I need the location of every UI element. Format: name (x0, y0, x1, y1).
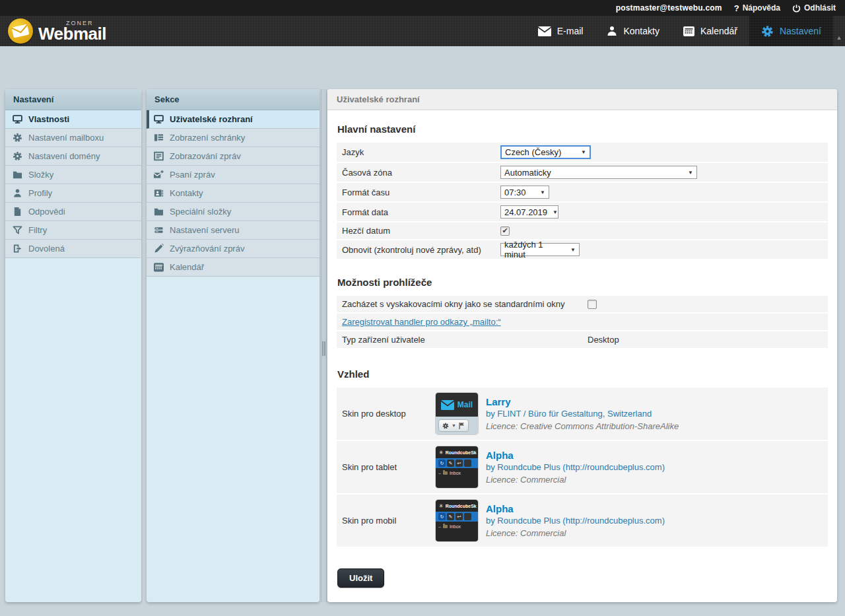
collapse-arrow-icon[interactable]: ▲ (833, 16, 845, 46)
task-bar: E-mail Kontakty Kalendář Nastavení ▲ (526, 16, 845, 46)
person-icon (12, 188, 22, 199)
section-item-label: Kontakty (170, 188, 203, 198)
skin-author-link[interactable]: by FLINT / Büro für Gestaltung, Switzerl… (486, 409, 679, 419)
form-row-format-data: Formát data 24.07.2019 ▼ (337, 203, 828, 221)
date-format-label: Formát data (342, 207, 500, 217)
chevron-down-icon: ▼ (581, 149, 586, 155)
tab-calendar-label: Kalendář (700, 26, 737, 36)
sidebar-item-profily[interactable]: Profily (5, 184, 141, 203)
skin-licence: Licence: Creative Commons Attribution-Sh… (486, 421, 679, 431)
section-item-nastaveni-serveru[interactable]: Nastavení serveru (147, 221, 320, 240)
more-icon (464, 460, 471, 467)
skin-name-link[interactable]: Alpha (486, 503, 665, 514)
skin-desktop-label: Skin pro desktop (342, 409, 436, 419)
sidebar-item-odpovedi[interactable]: Odpovědi (5, 203, 141, 221)
form-row-obnovit: Obnovit (zkontroluj nové zprávy, atd) ka… (337, 240, 828, 259)
sections-panel: Sekce Uživatelské rozhraní Zobrazení sch… (147, 89, 320, 602)
tab-settings[interactable]: Nastavení (749, 16, 833, 46)
sidebar-item-nastaveni-mailboxu[interactable]: Nastavení mailboxu (5, 129, 141, 147)
time-format-label: Formát času (342, 188, 500, 197)
section-item-zobrazeni-schranky[interactable]: Zobrazení schránky (147, 129, 320, 147)
gear-icon (442, 423, 449, 429)
sections-panel-title: Sekce (147, 89, 320, 110)
chevron-down-icon: ▼ (452, 423, 456, 428)
section-item-label: Speciální složky (170, 207, 231, 217)
skin-name-link[interactable]: Larry (486, 396, 679, 407)
appearance-heading: Vzhled (337, 368, 828, 380)
section-item-kalendar[interactable]: Kalendář (147, 258, 320, 277)
form-row-hezci-datum: Hezčí datum (337, 222, 828, 239)
sidebar-item-vlastnosti[interactable]: Vlastnosti (5, 110, 141, 129)
alpha-skin-thumbnail[interactable]: ✳RoundcubeSk ↻✎↩ –Inbox (436, 500, 478, 541)
logout-link[interactable]: Odhlásit (792, 3, 836, 13)
mailto-handler-link[interactable]: Zaregistrovat handler pro odkazy „mailto… (342, 317, 501, 327)
section-item-specialni-slozky[interactable]: Speciální složky (147, 203, 320, 221)
compose-icon (153, 170, 164, 180)
skin-name-link[interactable]: Alpha (486, 450, 665, 461)
mailbox-layout-icon (153, 133, 164, 143)
sidebar-item-filtry[interactable]: Filtry (5, 221, 141, 240)
form-row-casova-zona: Časová zóna Automaticky ▼ (337, 163, 828, 182)
save-button[interactable]: Uložit (337, 568, 384, 588)
settings-panel: Nastavení Vlastnosti Nastavení mailboxu … (5, 89, 141, 602)
panel-splitter[interactable] (321, 89, 327, 602)
alpha-inbox-label: Inbox (450, 471, 461, 475)
refresh-icon: ↻ (438, 460, 446, 467)
section-item-kontakty[interactable]: Kontakty (147, 184, 320, 203)
date-format-select[interactable]: 24.07.2019 ▼ (500, 205, 558, 219)
larry-skin-thumbnail[interactable]: Mail ▼ (436, 393, 478, 434)
sidebar-item-label: Odpovědi (28, 207, 65, 217)
server-icon (153, 225, 164, 236)
sidebar-item-dovolena[interactable]: Dovolená (5, 240, 141, 258)
time-format-select[interactable]: 07:30 ▼ (500, 186, 549, 199)
pretty-date-checkbox[interactable] (500, 226, 510, 236)
gear-icon (12, 151, 22, 162)
skin-author-link[interactable]: by Roundcube Plus (http://roundcubeplus.… (486, 516, 665, 526)
page-title: Uživatelské rozhraní (327, 89, 837, 110)
language-select[interactable]: Czech (Česky) ▼ (500, 145, 591, 159)
logout-door-icon (12, 244, 22, 254)
more-icon (464, 513, 471, 520)
tab-contacts[interactable]: Kontakty (595, 16, 671, 46)
tab-email-label: E-mail (557, 26, 584, 36)
sidebar-item-label: Vlastnosti (28, 114, 69, 124)
section-item-label: Kalendář (170, 262, 204, 272)
popup-windows-checkbox[interactable] (588, 300, 597, 309)
help-link[interactable]: ? Nápověda (734, 3, 780, 13)
browser-options-heading: Možnosti prohlížeče (337, 277, 828, 288)
timezone-label: Časová zóna (342, 168, 500, 178)
alpha-skin-thumbnail[interactable]: ✳RoundcubeSk ↻✎↩ –Inbox (436, 446, 478, 488)
section-item-psani-zprav[interactable]: Psaní zpráv (147, 166, 320, 184)
pretty-date-label: Hezčí datum (342, 226, 500, 236)
refresh-interval-select[interactable]: každých 1 minut ▼ (500, 243, 580, 256)
reply-icon: ↩ (456, 513, 463, 520)
section-item-label: Zobrazování zpráv (170, 151, 241, 161)
tab-contacts-label: Kontakty (623, 26, 659, 36)
logo-webmail-label: Webmail (38, 24, 106, 44)
timezone-select[interactable]: Automaticky ▼ (500, 166, 697, 179)
webmail-logo[interactable]: ZONER Webmail (0, 16, 106, 46)
section-item-zobrazovani-zprav[interactable]: Zobrazování zpráv (147, 147, 320, 166)
alpha-title-label: RoundcubeSk (446, 450, 477, 455)
tab-calendar[interactable]: Kalendář (671, 16, 749, 46)
skin-row-mobile: Skin pro mobil ✳RoundcubeSk ↻✎↩ –Inbox A… (337, 495, 828, 547)
envelope-logo-icon (8, 18, 33, 44)
general-settings-heading: Hlavní nastavení (337, 123, 828, 135)
language-label: Jazyk (342, 147, 500, 157)
larry-mail-label: Mail (457, 400, 473, 409)
form-row-jazyk: Jazyk Czech (Česky) ▼ (337, 143, 828, 162)
skin-licence: Licence: Commercial (486, 475, 566, 485)
minus-icon: – (438, 524, 441, 529)
skin-author-link[interactable]: by Roundcube Plus (http://roundcubeplus.… (486, 462, 665, 472)
minus-icon: – (438, 471, 441, 475)
section-item-label: Nastavení serveru (170, 225, 240, 235)
device-type-label: Typ zařízení uživatele (342, 335, 588, 345)
sidebar-item-nastaveni-domeny[interactable]: Nastavení domény (5, 147, 141, 166)
sidebar-item-slozky[interactable]: Složky (5, 166, 141, 184)
calendar-icon (153, 262, 164, 273)
section-item-uzivatelske-rozhrani[interactable]: Uživatelské rozhraní (147, 110, 320, 129)
contact-card-icon (153, 188, 164, 199)
section-item-zvyraznovani-zprav[interactable]: Zvýrazňování zpráv (147, 240, 320, 258)
tab-email[interactable]: E-mail (526, 16, 595, 46)
person-icon (607, 26, 617, 36)
